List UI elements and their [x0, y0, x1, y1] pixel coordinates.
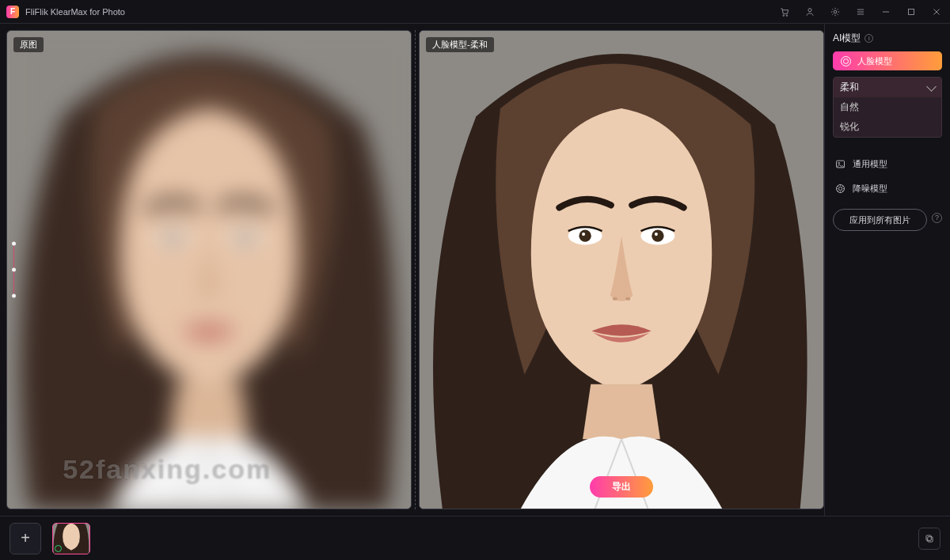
- svg-point-17: [613, 297, 618, 301]
- svg-point-15: [582, 233, 585, 236]
- app-title: FliFlik KlearMax for Photo: [25, 7, 125, 17]
- close-icon[interactable]: [931, 6, 942, 17]
- svg-rect-24: [928, 536, 933, 541]
- svg-point-3: [834, 10, 837, 13]
- preview-compare: 原图: [0, 24, 824, 516]
- svg-point-18: [625, 297, 630, 301]
- panel-title: AI模型 i: [833, 32, 942, 45]
- svg-point-14: [652, 230, 663, 242]
- menu-icon[interactable]: [855, 6, 866, 17]
- dropdown-option-natural[interactable]: 自然: [834, 97, 941, 117]
- face-model-label: 人脸模型: [857, 55, 892, 67]
- bottombar: +: [0, 516, 950, 560]
- preview-enhanced[interactable]: 人脸模型-柔和: [419, 30, 824, 509]
- svg-point-9: [240, 232, 251, 243]
- export-button[interactable]: 导出: [590, 476, 653, 498]
- user-icon[interactable]: [804, 6, 815, 17]
- thumbnail-status-icon: [55, 545, 62, 552]
- gear-icon[interactable]: [830, 6, 841, 17]
- face-model-icon: [841, 56, 851, 66]
- enhanced-label: 人脸模型-柔和: [426, 37, 494, 52]
- preview-original[interactable]: 原图: [6, 30, 412, 509]
- cart-icon[interactable]: [779, 6, 790, 17]
- general-model-label: 通用模型: [853, 158, 887, 170]
- chevron-down-icon: [926, 81, 937, 92]
- original-label: 原图: [13, 37, 44, 52]
- pane-divider[interactable]: [415, 30, 416, 509]
- apply-all-button[interactable]: 应用到所有图片: [833, 209, 927, 231]
- compare-slider-dots[interactable]: [12, 242, 16, 298]
- dropdown-selected[interactable]: 柔和: [834, 78, 941, 97]
- svg-rect-4: [909, 9, 914, 14]
- image-thumbnail[interactable]: [52, 523, 90, 554]
- svg-point-8: [167, 232, 178, 243]
- copy-icon: [924, 533, 935, 544]
- app-logo: F: [6, 6, 19, 18]
- svg-point-22: [838, 187, 842, 190]
- svg-point-2: [808, 8, 811, 11]
- svg-point-1: [786, 14, 788, 16]
- maximize-icon[interactable]: [906, 6, 917, 17]
- svg-point-21: [837, 185, 845, 193]
- add-image-button[interactable]: +: [10, 523, 41, 554]
- help-icon[interactable]: ?: [932, 213, 942, 223]
- dropdown-option-sharpen[interactable]: 锐化: [834, 117, 941, 137]
- svg-rect-25: [926, 535, 931, 539]
- ai-model-panel: AI模型 i 人脸模型 柔和 自然 锐化 通用模型 降噪模型 应用到所有图片: [824, 24, 950, 516]
- original-image: [7, 31, 411, 509]
- denoise-model-button[interactable]: 降噪模型: [833, 180, 942, 198]
- face-model-button[interactable]: 人脸模型: [833, 51, 942, 70]
- duplicate-button[interactable]: [918, 528, 940, 550]
- info-icon[interactable]: i: [864, 34, 873, 43]
- titlebar: F FliFlik KlearMax for Photo: [0, 0, 950, 24]
- denoise-icon: [834, 183, 846, 195]
- enhanced-image: [420, 31, 823, 509]
- svg-point-0: [783, 14, 785, 16]
- face-model-dropdown[interactable]: 柔和 自然 锐化: [833, 77, 942, 138]
- svg-point-16: [655, 233, 658, 236]
- image-icon: [834, 158, 846, 170]
- general-model-button[interactable]: 通用模型: [833, 155, 942, 173]
- minimize-icon[interactable]: [880, 6, 891, 17]
- main-area: 原图: [0, 24, 950, 516]
- svg-point-20: [838, 162, 840, 164]
- svg-point-13: [579, 230, 591, 242]
- denoise-model-label: 降噪模型: [853, 183, 887, 195]
